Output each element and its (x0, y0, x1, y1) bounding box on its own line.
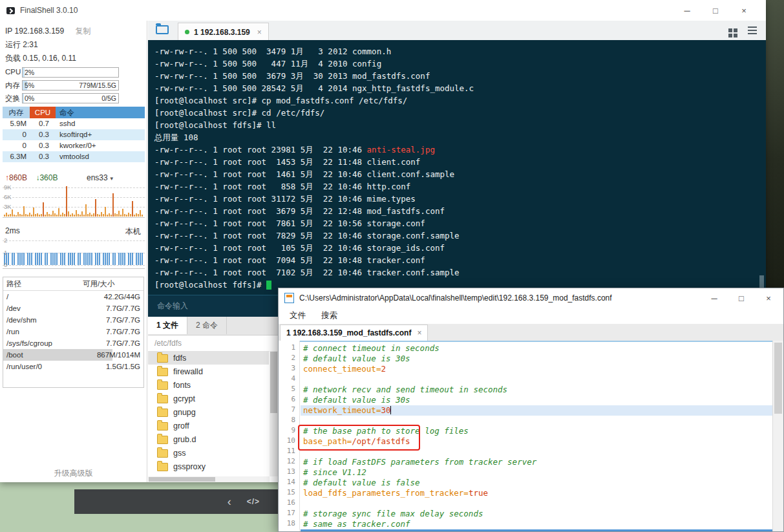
editor-line: # since V1.12 (301, 467, 772, 478)
layout-grid-icon[interactable] (728, 28, 732, 32)
ping-tick: 0 (4, 261, 7, 268)
file-tree-hscrollbar[interactable] (148, 476, 270, 482)
disk-row[interactable]: /dev7.7G/7.7G (3, 303, 143, 314)
chart-bar (122, 209, 123, 217)
interface-select[interactable]: ens33▼ (87, 173, 114, 182)
editor-line-number: 5 (279, 385, 299, 395)
editor-minimize-button[interactable]: ─ (701, 288, 728, 308)
tab-files[interactable]: 1 文件 (148, 317, 187, 334)
app-icon (6, 7, 15, 14)
editor-line: load_fdfs_parameters_from_tracker=true (301, 488, 772, 498)
chart-bar (29, 213, 30, 217)
chart-bar (103, 253, 104, 265)
menu-file[interactable]: 文件 (282, 309, 313, 323)
ping-stats: 2ms 本机 (5, 226, 142, 237)
chart-bar (39, 253, 40, 265)
code-icon[interactable]: </> (247, 496, 260, 507)
layout-list-icon[interactable] (748, 27, 757, 28)
file-tree-item-label: grub.d (173, 435, 196, 444)
chart-bar (66, 186, 67, 217)
disk-row[interactable]: /dev/shm7.7G/7.7G (3, 314, 143, 326)
file-tree-item[interactable]: gnupg (148, 405, 269, 419)
chart-bar (10, 214, 11, 217)
file-tree-item[interactable]: fonts (148, 378, 269, 392)
maximize-button[interactable]: □ (701, 0, 730, 21)
disk-header-path[interactable]: 路径 (3, 277, 83, 290)
ping-target[interactable]: 本机 (125, 226, 141, 237)
disk-row[interactable]: /run/user/01.5G/1.5G (3, 361, 143, 372)
file-tree-item[interactable]: groff (148, 419, 269, 432)
editor-tab[interactable]: 1 192.168.3.159_mod_fastdfs.conf × (280, 325, 428, 341)
process-row[interactable]: 00.3ksoftirqd+ (3, 129, 145, 140)
app-titlebar: FinalShell 3.0.10 ─ □ × (0, 0, 766, 21)
meter-percent: 5% (25, 81, 34, 89)
disk-row[interactable]: /boot867M/1014M (3, 349, 143, 361)
chart-bar (64, 214, 65, 217)
chart-bar (81, 211, 83, 217)
chart-bar (50, 253, 52, 265)
process-row[interactable]: 6.3M0.3vmtoolsd (3, 151, 145, 162)
load-label: 负载 (5, 54, 21, 63)
chart-bar (105, 207, 106, 217)
file-tree-item[interactable]: gcrypt (148, 392, 269, 405)
chart-bar (52, 211, 54, 217)
ip-label: IP (5, 27, 12, 36)
disk-header-size[interactable]: 可用/大小 (83, 277, 143, 290)
editor-line (301, 498, 772, 509)
chart-bar (29, 253, 30, 265)
resource-meter: 内存5%779M/15.5G (0, 79, 147, 92)
editor-line-number: 17 (279, 509, 299, 519)
file-tree-vscrollbar[interactable] (270, 351, 278, 476)
upgrade-link[interactable]: 升级高级版 (0, 468, 147, 479)
file-panel-path[interactable]: /etc/fdfs (148, 335, 278, 352)
editor-line: connect_timeout=2 (301, 364, 772, 374)
terminal-line: -rw-r--r--. 1 root root 3679 5月 22 12:48… (154, 205, 766, 217)
chart-bar (21, 215, 23, 217)
editor-scrollbar[interactable] (772, 341, 783, 531)
process-row[interactable]: 5.9M0.7sshd (3, 118, 145, 129)
terminal[interactable]: -rw-rw-r--. 1 500 500 3479 1月 3 2012 com… (148, 40, 766, 295)
editor-line: base_path=/opt/fastdfs (301, 436, 772, 447)
editor-tab-close-icon[interactable]: × (417, 325, 421, 341)
file-tree-item[interactable]: fdfs (148, 351, 269, 365)
connection-manager-button[interactable] (156, 25, 169, 34)
menu-search[interactable]: 搜索 (314, 309, 344, 323)
file-tree-item[interactable]: grub.d (148, 432, 269, 446)
editor-close-button[interactable]: × (755, 288, 782, 308)
app-title: FinalShell 3.0.10 (20, 6, 78, 15)
editor-partial-selected-line (301, 529, 772, 531)
close-button[interactable]: × (730, 0, 758, 21)
tab-commands[interactable]: 2 命令 (187, 317, 227, 334)
chart-bar (99, 215, 100, 217)
chart-bar (118, 211, 120, 217)
back-chevron-icon[interactable]: ‹ (228, 496, 231, 507)
editor-line (301, 374, 772, 385)
chart-bar (101, 212, 102, 217)
file-tree-item[interactable]: firewalld (148, 365, 269, 378)
process-header-cpu[interactable]: CPU (30, 107, 56, 118)
copy-ip-button[interactable]: 复制 (76, 27, 91, 36)
disk-row[interactable]: /run7.7G/7.7G (3, 326, 143, 337)
disk-row[interactable]: /sys/fs/cgroup7.7G/7.7G (3, 337, 143, 349)
file-tree-item[interactable]: gss (148, 446, 269, 460)
process-header-mem[interactable]: 内存 (3, 107, 30, 118)
folder-icon (157, 409, 168, 417)
terminal-tab[interactable]: 1 192.168.3.159 × (178, 23, 269, 41)
chart-bar (116, 214, 118, 217)
minimize-button[interactable]: ─ (673, 0, 701, 21)
process-row[interactable]: 00.3kworker/0+ (3, 140, 145, 151)
file-panel: 1 文件 2 命令 /etc/fdfs fdfsfirewalldfontsgc… (148, 317, 278, 482)
file-tree-item[interactable]: gssproxy (148, 460, 269, 473)
editor-code-area[interactable]: 123456789101112131415161718 # connect ti… (279, 341, 772, 531)
chart-bar (85, 253, 87, 265)
download-stat: ↓360B (36, 173, 58, 182)
process-header-cmd[interactable]: 命令 (56, 107, 145, 118)
chart-bar (52, 253, 54, 265)
chart-bar (47, 253, 48, 265)
disk-row[interactable]: /42.2G/44G (3, 291, 143, 303)
chart-bar (19, 253, 21, 265)
tab-close-icon[interactable]: × (257, 28, 262, 37)
chart-bar (128, 213, 129, 217)
chart-bar (41, 214, 42, 217)
editor-maximize-button[interactable]: □ (728, 288, 755, 308)
